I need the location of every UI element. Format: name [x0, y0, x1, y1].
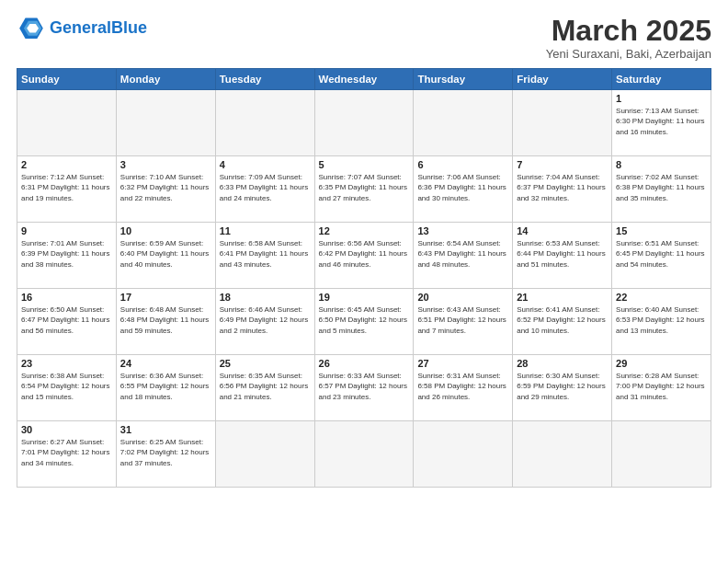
day-number: 11 [220, 225, 311, 236]
day-info: Sunrise: 6:46 AM Sunset: 6:49 PM Dayligh… [220, 304, 311, 336]
day-number: 24 [120, 358, 211, 369]
calendar-cell: 2Sunrise: 7:12 AM Sunset: 6:31 PM Daylig… [17, 156, 117, 223]
day-number: 14 [517, 225, 608, 236]
calendar-cell: 21Sunrise: 6:41 AM Sunset: 6:52 PM Dayli… [513, 289, 612, 355]
calendar-cell: 24Sunrise: 6:36 AM Sunset: 6:55 PM Dayli… [116, 355, 215, 421]
calendar-header-row: Sunday Monday Tuesday Wednesday Thursday… [17, 69, 711, 90]
day-info: Sunrise: 6:31 AM Sunset: 6:58 PM Dayligh… [417, 371, 508, 402]
calendar-cell [414, 421, 513, 488]
calendar-cell: 1Sunrise: 7:13 AM Sunset: 6:30 PM Daylig… [612, 90, 711, 156]
calendar-cell: 20Sunrise: 6:43 AM Sunset: 6:51 PM Dayli… [414, 289, 513, 355]
calendar-cell: 5Sunrise: 7:07 AM Sunset: 6:35 PM Daylig… [314, 156, 414, 223]
location: Yeni Suraxani, Baki, Azerbaijan [546, 47, 711, 61]
calendar-cell: 14Sunrise: 6:53 AM Sunset: 6:44 PM Dayli… [513, 223, 612, 289]
day-number: 19 [319, 292, 410, 303]
calendar-week-2: 9Sunrise: 7:01 AM Sunset: 6:39 PM Daylig… [17, 223, 711, 289]
day-number: 26 [319, 358, 410, 369]
calendar-cell [215, 421, 314, 488]
calendar-cell: 23Sunrise: 6:38 AM Sunset: 6:54 PM Dayli… [17, 355, 117, 421]
calendar-week-0: 1Sunrise: 7:13 AM Sunset: 6:30 PM Daylig… [17, 90, 711, 156]
calendar-cell: 15Sunrise: 6:51 AM Sunset: 6:45 PM Dayli… [612, 223, 711, 289]
month-title: March 2025 [546, 15, 711, 47]
header: GeneralBlue March 2025 Yeni Suraxani, Ba… [17, 15, 711, 61]
calendar: Sunday Monday Tuesday Wednesday Thursday… [17, 68, 711, 488]
day-number: 29 [616, 358, 707, 369]
col-sunday: Sunday [17, 69, 117, 90]
logo-text: GeneralBlue [50, 18, 147, 38]
calendar-cell: 11Sunrise: 6:58 AM Sunset: 6:41 PM Dayli… [215, 223, 314, 289]
col-friday: Friday [513, 69, 612, 90]
calendar-cell: 16Sunrise: 6:50 AM Sunset: 6:47 PM Dayli… [17, 289, 117, 355]
calendar-cell: 17Sunrise: 6:48 AM Sunset: 6:48 PM Dayli… [116, 289, 215, 355]
calendar-cell [612, 421, 711, 488]
day-number: 13 [417, 225, 508, 236]
day-number: 3 [120, 159, 211, 170]
calendar-cell: 12Sunrise: 6:56 AM Sunset: 6:42 PM Dayli… [314, 223, 414, 289]
day-number: 28 [517, 358, 608, 369]
calendar-cell [116, 90, 215, 156]
day-number: 10 [120, 225, 211, 236]
day-info: Sunrise: 6:56 AM Sunset: 6:42 PM Dayligh… [319, 238, 410, 270]
col-thursday: Thursday [414, 69, 513, 90]
day-info: Sunrise: 6:33 AM Sunset: 6:57 PM Dayligh… [319, 371, 410, 402]
calendar-week-1: 2Sunrise: 7:12 AM Sunset: 6:31 PM Daylig… [17, 156, 711, 223]
day-info: Sunrise: 7:10 AM Sunset: 6:32 PM Dayligh… [120, 172, 211, 203]
day-info: Sunrise: 6:41 AM Sunset: 6:52 PM Dayligh… [517, 304, 608, 336]
day-info: Sunrise: 7:01 AM Sunset: 6:39 PM Dayligh… [21, 238, 112, 270]
day-number: 8 [616, 159, 707, 170]
calendar-cell [314, 90, 414, 156]
logo: GeneralBlue [17, 15, 147, 40]
day-number: 7 [517, 159, 608, 170]
day-info: Sunrise: 6:35 AM Sunset: 6:56 PM Dayligh… [220, 371, 311, 402]
calendar-cell [17, 90, 117, 156]
day-info: Sunrise: 6:30 AM Sunset: 6:59 PM Dayligh… [517, 371, 608, 402]
calendar-cell: 10Sunrise: 6:59 AM Sunset: 6:40 PM Dayli… [116, 223, 215, 289]
day-info: Sunrise: 6:54 AM Sunset: 6:43 PM Dayligh… [417, 238, 508, 270]
calendar-cell: 4Sunrise: 7:09 AM Sunset: 6:33 PM Daylig… [215, 156, 314, 223]
day-number: 23 [21, 358, 112, 369]
day-number: 31 [120, 424, 211, 435]
calendar-cell [215, 90, 314, 156]
calendar-cell: 28Sunrise: 6:30 AM Sunset: 6:59 PM Dayli… [513, 355, 612, 421]
calendar-cell: 26Sunrise: 6:33 AM Sunset: 6:57 PM Dayli… [314, 355, 414, 421]
day-info: Sunrise: 6:50 AM Sunset: 6:47 PM Dayligh… [21, 304, 112, 336]
day-number: 27 [417, 358, 508, 369]
calendar-week-5: 30Sunrise: 6:27 AM Sunset: 7:01 PM Dayli… [17, 421, 711, 488]
day-info: Sunrise: 6:48 AM Sunset: 6:48 PM Dayligh… [120, 304, 211, 336]
day-info: Sunrise: 6:51 AM Sunset: 6:45 PM Dayligh… [616, 238, 707, 270]
day-info: Sunrise: 7:04 AM Sunset: 6:37 PM Dayligh… [517, 172, 608, 203]
day-number: 12 [319, 225, 410, 236]
day-number: 9 [21, 225, 112, 236]
day-info: Sunrise: 6:28 AM Sunset: 7:00 PM Dayligh… [616, 371, 707, 402]
logo-icon [17, 15, 46, 40]
calendar-cell [513, 421, 612, 488]
day-number: 5 [319, 159, 410, 170]
day-info: Sunrise: 6:36 AM Sunset: 6:55 PM Dayligh… [120, 371, 211, 402]
day-number: 25 [220, 358, 311, 369]
day-info: Sunrise: 7:02 AM Sunset: 6:38 PM Dayligh… [616, 172, 707, 203]
day-info: Sunrise: 6:43 AM Sunset: 6:51 PM Dayligh… [417, 304, 508, 336]
day-info: Sunrise: 7:12 AM Sunset: 6:31 PM Dayligh… [21, 172, 112, 203]
day-number: 6 [417, 159, 508, 170]
day-number: 16 [21, 292, 112, 303]
day-number: 17 [120, 292, 211, 303]
day-number: 15 [616, 225, 707, 236]
col-tuesday: Tuesday [215, 69, 314, 90]
page: GeneralBlue March 2025 Yeni Suraxani, Ba… [0, 0, 728, 563]
calendar-cell: 29Sunrise: 6:28 AM Sunset: 7:00 PM Dayli… [612, 355, 711, 421]
calendar-cell: 6Sunrise: 7:06 AM Sunset: 6:36 PM Daylig… [414, 156, 513, 223]
day-info: Sunrise: 6:58 AM Sunset: 6:41 PM Dayligh… [220, 238, 311, 270]
calendar-cell: 31Sunrise: 6:25 AM Sunset: 7:02 PM Dayli… [116, 421, 215, 488]
day-info: Sunrise: 6:38 AM Sunset: 6:54 PM Dayligh… [21, 371, 112, 402]
day-number: 22 [616, 292, 707, 303]
calendar-cell [314, 421, 414, 488]
day-info: Sunrise: 6:27 AM Sunset: 7:01 PM Dayligh… [21, 437, 112, 468]
day-number: 21 [517, 292, 608, 303]
day-info: Sunrise: 7:06 AM Sunset: 6:36 PM Dayligh… [417, 172, 508, 203]
day-info: Sunrise: 7:13 AM Sunset: 6:30 PM Dayligh… [616, 106, 707, 137]
day-number: 18 [220, 292, 311, 303]
day-number: 20 [417, 292, 508, 303]
calendar-cell: 22Sunrise: 6:40 AM Sunset: 6:53 PM Dayli… [612, 289, 711, 355]
col-saturday: Saturday [612, 69, 711, 90]
calendar-cell [513, 90, 612, 156]
